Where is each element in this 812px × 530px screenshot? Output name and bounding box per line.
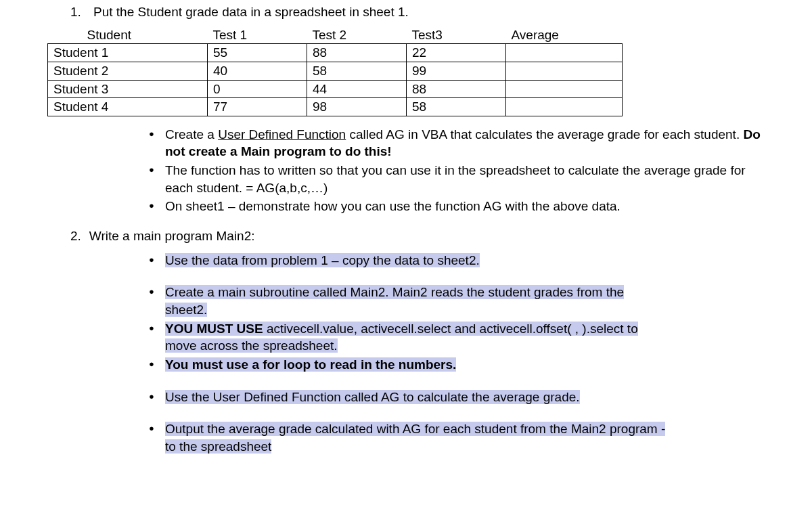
bullet-icon: ●: [149, 356, 156, 374]
cell: 22: [407, 44, 506, 62]
question-2: 2. Write a main program Main2: ● Use the…: [47, 227, 765, 455]
table-row: Student 3 0 44 88: [48, 80, 623, 98]
list-item: ● Create a main subroutine called Main2.…: [149, 284, 765, 318]
bullet-text: YOU MUST USE activecell.value, activecel…: [165, 320, 765, 355]
question-1-bullets: ● Create a User Defined Function called …: [47, 126, 765, 215]
student-grades-table: Student Test 1 Test 2 Test3 Average Stud…: [47, 26, 623, 116]
cell: 0: [208, 80, 307, 98]
cell: 58: [407, 98, 506, 116]
list-item: ● Output the average grade calculated wi…: [149, 420, 765, 455]
bullet-icon: ●: [149, 320, 156, 355]
cell: Student 3: [48, 80, 208, 98]
table-header-row: Student Test 1 Test 2 Test3 Average: [48, 26, 623, 44]
bullet-icon: ●: [149, 126, 156, 160]
bullet-text: Create a main subroutine called Main2. M…: [165, 284, 765, 318]
cell: [506, 62, 623, 80]
cell: 44: [307, 80, 407, 98]
list-item: ● Use the User Defined Function called A…: [149, 389, 765, 406]
list-item: ● You must use a for loop to read in the…: [149, 356, 765, 374]
bullet-text: Output the average grade calculated with…: [165, 420, 765, 455]
list-item: ● YOU MUST USE activecell.value, activec…: [149, 320, 765, 355]
cell: 77: [208, 98, 307, 116]
bullet-icon: ●: [149, 389, 156, 406]
bullet-icon: ●: [149, 252, 156, 269]
cell: 99: [407, 62, 506, 80]
cell: 58: [307, 62, 407, 80]
question-1: 1. Put the Student grade data in a sprea…: [47, 3, 765, 21]
bullet-text: On sheet1 – demonstrate how you can use …: [165, 198, 765, 215]
bullet-icon: ●: [149, 420, 156, 455]
table-row: Student 1 55 88 22: [48, 44, 623, 62]
bullet-text: The function has to written so that you …: [165, 162, 765, 196]
cell: 98: [307, 98, 407, 116]
question-2-bullets: ● Use the data from problem 1 – copy the…: [70, 252, 765, 456]
question-1-prompt: Put the Student grade data in a spreadsh…: [93, 3, 409, 21]
list-item: ● The function has to written so that yo…: [149, 162, 765, 196]
list-item: ● On sheet1 – demonstrate how you can us…: [149, 198, 765, 215]
list-number: 1.: [70, 3, 85, 21]
cell: [506, 98, 623, 116]
table-row: Student 4 77 98 58: [48, 98, 623, 116]
cell: 40: [208, 62, 307, 80]
col-student: Student: [48, 26, 208, 44]
list-item: ● Use the data from problem 1 – copy the…: [149, 252, 765, 269]
cell: [506, 44, 623, 62]
bullet-text: Create a User Defined Function called AG…: [165, 126, 765, 160]
cell: Student 4: [48, 98, 208, 116]
col-test2: Test 2: [307, 26, 407, 44]
col-test1: Test 1: [208, 26, 307, 44]
cell: Student 2: [48, 62, 208, 80]
bullet-text: Use the User Defined Function called AG …: [165, 390, 580, 404]
bullet-icon: ●: [149, 162, 156, 196]
bullet-text: You must use a for loop to read in the n…: [165, 357, 456, 372]
bullet-icon: ●: [149, 198, 156, 215]
cell: Student 1: [48, 44, 208, 62]
cell: [506, 80, 623, 98]
col-test3: Test3: [407, 26, 506, 44]
cell: 55: [208, 44, 307, 62]
cell: 88: [407, 80, 506, 98]
table-row: Student 2 40 58 99: [48, 62, 623, 80]
question-2-prompt: Write a main program Main2:: [89, 227, 255, 245]
list-item: ● Create a User Defined Function called …: [149, 126, 765, 160]
col-average: Average: [506, 26, 623, 44]
document-page: 1. Put the Student grade data in a sprea…: [0, 0, 812, 530]
cell: 88: [307, 44, 407, 62]
bullet-icon: ●: [149, 284, 156, 318]
list-number: 2.: [70, 227, 81, 245]
bullet-text: Use the data from problem 1 – copy the d…: [165, 253, 480, 267]
